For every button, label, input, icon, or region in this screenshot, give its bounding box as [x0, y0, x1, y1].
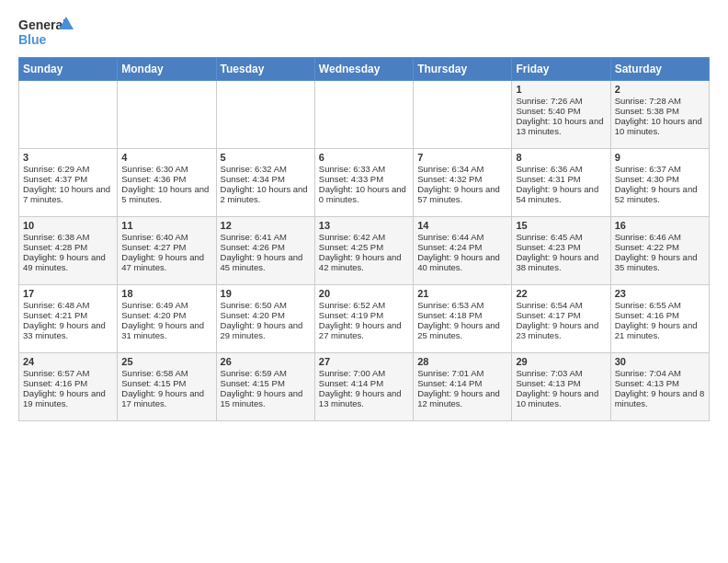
calendar-cell[interactable]: 8Sunrise: 6:36 AMSunset: 4:31 PMDaylight…	[512, 149, 610, 217]
day-info: Daylight: 10 hours and 13 minutes.	[516, 116, 606, 136]
calendar-cell[interactable]	[414, 81, 512, 149]
calendar-cell[interactable]: 9Sunrise: 6:37 AMSunset: 4:30 PMDaylight…	[610, 149, 709, 217]
day-number: 4	[121, 152, 211, 163]
calendar-week-3: 10Sunrise: 6:38 AMSunset: 4:28 PMDayligh…	[19, 217, 710, 285]
day-number: 5	[221, 152, 311, 163]
calendar-cell[interactable]	[118, 81, 216, 149]
day-info: Daylight: 9 hours and 10 minutes.	[516, 388, 606, 408]
day-number: 1	[516, 84, 606, 95]
day-info: Daylight: 9 hours and 19 minutes.	[23, 388, 113, 408]
header-cell-saturday: Saturday	[610, 58, 709, 81]
day-info: Sunset: 4:37 PM	[23, 174, 113, 184]
day-info: Daylight: 9 hours and 57 minutes.	[417, 184, 507, 204]
day-info: Sunrise: 6:40 AM	[121, 232, 211, 242]
calendar-header: SundayMondayTuesdayWednesdayThursdayFrid…	[19, 58, 710, 81]
day-info: Sunrise: 6:30 AM	[121, 164, 211, 174]
day-info: Sunrise: 7:26 AM	[516, 96, 606, 106]
calendar-cell[interactable]: 21Sunrise: 6:53 AMSunset: 4:18 PMDayligh…	[414, 285, 512, 353]
day-info: Daylight: 10 hours and 10 minutes.	[615, 116, 705, 136]
calendar-cell[interactable]: 6Sunrise: 6:33 AMSunset: 4:33 PMDaylight…	[314, 149, 413, 217]
calendar-cell[interactable]	[314, 81, 413, 149]
calendar-cell[interactable]: 13Sunrise: 6:42 AMSunset: 4:25 PMDayligh…	[314, 217, 413, 285]
day-number: 20	[319, 288, 409, 299]
calendar-cell[interactable]: 22Sunrise: 6:54 AMSunset: 4:17 PMDayligh…	[512, 285, 610, 353]
day-info: Sunrise: 6:41 AM	[221, 232, 311, 242]
day-info: Daylight: 9 hours and 54 minutes.	[516, 184, 606, 204]
day-number: 22	[516, 288, 606, 299]
day-info: Sunrise: 7:01 AM	[417, 368, 507, 378]
calendar-cell[interactable]: 11Sunrise: 6:40 AMSunset: 4:27 PMDayligh…	[118, 217, 216, 285]
day-info: Sunset: 4:17 PM	[516, 310, 606, 320]
day-info: Daylight: 9 hours and 17 minutes.	[121, 388, 211, 408]
calendar-cell[interactable]: 1Sunrise: 7:26 AMSunset: 5:40 PMDaylight…	[512, 81, 610, 149]
calendar-cell[interactable]: 2Sunrise: 7:28 AMSunset: 5:38 PMDaylight…	[610, 81, 709, 149]
calendar-cell[interactable]: 17Sunrise: 6:48 AMSunset: 4:21 PMDayligh…	[19, 285, 118, 353]
day-info: Sunrise: 6:37 AM	[615, 164, 705, 174]
calendar-cell[interactable]: 10Sunrise: 6:38 AMSunset: 4:28 PMDayligh…	[19, 217, 118, 285]
day-info: Daylight: 10 hours and 5 minutes.	[121, 184, 211, 204]
day-info: Sunset: 4:14 PM	[417, 378, 507, 388]
day-info: Sunrise: 6:58 AM	[121, 368, 211, 378]
calendar-cell[interactable]: 30Sunrise: 7:04 AMSunset: 4:13 PMDayligh…	[610, 353, 709, 421]
day-number: 29	[516, 356, 606, 367]
day-info: Sunset: 4:19 PM	[319, 310, 409, 320]
calendar-week-4: 17Sunrise: 6:48 AMSunset: 4:21 PMDayligh…	[19, 285, 710, 353]
day-info: Daylight: 9 hours and 25 minutes.	[417, 320, 507, 340]
day-info: Sunset: 4:13 PM	[516, 378, 606, 388]
day-info: Sunset: 4:23 PM	[516, 242, 606, 252]
calendar-cell[interactable]: 25Sunrise: 6:58 AMSunset: 4:15 PMDayligh…	[118, 353, 216, 421]
day-number: 2	[615, 84, 705, 95]
day-number: 15	[516, 220, 606, 231]
day-number: 17	[23, 288, 113, 299]
day-info: Sunrise: 7:04 AM	[615, 368, 705, 378]
calendar-cell[interactable]: 5Sunrise: 6:32 AMSunset: 4:34 PMDaylight…	[216, 149, 314, 217]
calendar-cell[interactable]: 23Sunrise: 6:55 AMSunset: 4:16 PMDayligh…	[610, 285, 709, 353]
calendar-week-5: 24Sunrise: 6:57 AMSunset: 4:16 PMDayligh…	[19, 353, 710, 421]
calendar-cell[interactable]: 16Sunrise: 6:46 AMSunset: 4:22 PMDayligh…	[610, 217, 709, 285]
day-info: Sunrise: 6:53 AM	[417, 300, 507, 310]
calendar-cell[interactable]: 27Sunrise: 7:00 AMSunset: 4:14 PMDayligh…	[314, 353, 413, 421]
day-info: Daylight: 9 hours and 21 minutes.	[615, 320, 705, 340]
day-info: Sunset: 4:20 PM	[221, 310, 311, 320]
calendar-cell[interactable]: 15Sunrise: 6:45 AMSunset: 4:23 PMDayligh…	[512, 217, 610, 285]
calendar-cell[interactable]: 29Sunrise: 7:03 AMSunset: 4:13 PMDayligh…	[512, 353, 610, 421]
day-number: 3	[23, 152, 113, 163]
day-number: 28	[417, 356, 507, 367]
day-info: Daylight: 9 hours and 49 minutes.	[23, 252, 113, 272]
day-info: Sunrise: 6:44 AM	[417, 232, 507, 242]
day-info: Daylight: 9 hours and 15 minutes.	[221, 388, 311, 408]
calendar-cell[interactable]: 28Sunrise: 7:01 AMSunset: 4:14 PMDayligh…	[414, 353, 512, 421]
calendar-table: SundayMondayTuesdayWednesdayThursdayFrid…	[18, 57, 710, 421]
header-cell-friday: Friday	[512, 58, 610, 81]
day-info: Daylight: 9 hours and 42 minutes.	[319, 252, 409, 272]
calendar-cell[interactable]: 24Sunrise: 6:57 AMSunset: 4:16 PMDayligh…	[19, 353, 118, 421]
calendar-cell[interactable]: 26Sunrise: 6:59 AMSunset: 4:15 PMDayligh…	[216, 353, 314, 421]
calendar-cell[interactable]: 4Sunrise: 6:30 AMSunset: 4:36 PMDaylight…	[118, 149, 216, 217]
logo-icon: GeneralBlue	[18, 15, 83, 48]
day-info: Sunrise: 6:34 AM	[417, 164, 507, 174]
day-info: Daylight: 9 hours and 23 minutes.	[516, 320, 606, 340]
day-info: Sunset: 4:16 PM	[615, 310, 705, 320]
day-info: Sunset: 4:33 PM	[319, 174, 409, 184]
calendar-cell[interactable]: 18Sunrise: 6:49 AMSunset: 4:20 PMDayligh…	[118, 285, 216, 353]
svg-text:General: General	[18, 17, 66, 32]
calendar-cell[interactable]	[216, 81, 314, 149]
calendar-cell[interactable]: 3Sunrise: 6:29 AMSunset: 4:37 PMDaylight…	[19, 149, 118, 217]
day-info: Sunset: 4:20 PM	[121, 310, 211, 320]
calendar-cell[interactable]: 7Sunrise: 6:34 AMSunset: 4:32 PMDaylight…	[414, 149, 512, 217]
day-info: Sunset: 4:25 PM	[319, 242, 409, 252]
calendar-cell[interactable]: 14Sunrise: 6:44 AMSunset: 4:24 PMDayligh…	[414, 217, 512, 285]
day-number: 30	[615, 356, 705, 367]
calendar-cell[interactable]: 12Sunrise: 6:41 AMSunset: 4:26 PMDayligh…	[216, 217, 314, 285]
calendar-cell[interactable]: 19Sunrise: 6:50 AMSunset: 4:20 PMDayligh…	[216, 285, 314, 353]
day-number: 24	[23, 356, 113, 367]
day-info: Sunrise: 6:33 AM	[319, 164, 409, 174]
calendar-cell[interactable]	[19, 81, 118, 149]
day-info: Sunrise: 6:55 AM	[615, 300, 705, 310]
day-info: Daylight: 9 hours and 33 minutes.	[23, 320, 113, 340]
day-info: Sunrise: 6:57 AM	[23, 368, 113, 378]
day-info: Daylight: 9 hours and 38 minutes.	[516, 252, 606, 272]
calendar-cell[interactable]: 20Sunrise: 6:52 AMSunset: 4:19 PMDayligh…	[314, 285, 413, 353]
day-info: Daylight: 9 hours and 12 minutes.	[417, 388, 507, 408]
day-number: 21	[417, 288, 507, 299]
